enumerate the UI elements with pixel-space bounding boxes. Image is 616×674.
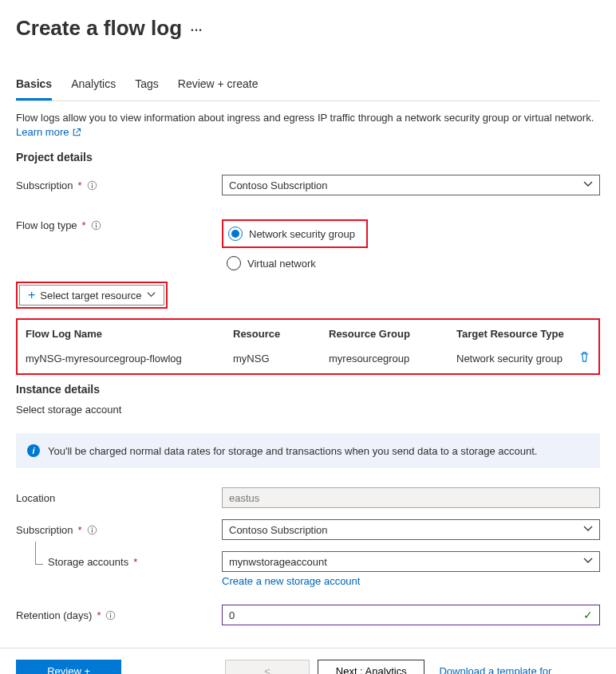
retention-input[interactable]: 0 ✓ (222, 605, 600, 625)
create-storage-link[interactable]: Create a new storage account (222, 575, 600, 587)
info-banner: i You'll be charged normal data rates fo… (16, 433, 600, 468)
next-button[interactable]: Next : Analytics > (318, 660, 425, 674)
svg-point-4 (95, 223, 97, 225)
info-icon: i (27, 444, 40, 457)
target-resource-table: Flow Log Name Resource Resource Group Ta… (16, 318, 600, 375)
previous-button: < Previous (225, 660, 310, 674)
page-title: Create a flow log … (16, 16, 600, 41)
storage-accounts-label: Storage accounts* (16, 556, 222, 568)
svg-rect-8 (92, 530, 93, 533)
radio-icon (227, 256, 241, 270)
location-label: Location (16, 492, 222, 504)
location-input: eastus (222, 487, 600, 508)
subscription2-label: Subscription* (16, 524, 222, 536)
svg-rect-5 (96, 225, 97, 228)
highlight-box: + Select target resource (16, 282, 168, 309)
instance-details-title: Instance details (16, 383, 600, 396)
external-link-icon (72, 128, 81, 137)
col-target-type: Target Resource Type (456, 328, 571, 340)
download-template-link[interactable]: Download a template for automation (439, 665, 600, 674)
svg-point-10 (110, 613, 112, 614)
tab-tags[interactable]: Tags (135, 73, 159, 101)
info-icon[interactable] (87, 180, 97, 191)
delete-icon[interactable] (578, 353, 590, 365)
tab-bar: Basics Analytics Tags Review + create (16, 73, 600, 101)
select-target-button[interactable]: + Select target resource (19, 285, 164, 305)
info-icon[interactable] (87, 525, 97, 535)
retention-label: Retention (days)* (16, 609, 222, 621)
subscription2-select[interactable]: Contoso Subscription (222, 519, 600, 540)
review-create-button[interactable]: Review + create (16, 660, 121, 674)
chevron-down-icon (147, 290, 156, 302)
chevron-down-icon (583, 524, 593, 536)
select-storage-label: Select storage account (16, 404, 600, 416)
subscription-label: Subscription* (16, 179, 222, 191)
info-icon[interactable] (105, 610, 116, 621)
col-resource-group: Resource Group (329, 328, 456, 340)
svg-point-1 (91, 183, 93, 184)
tab-analytics[interactable]: Analytics (71, 73, 116, 101)
flowlog-type-label: Flow log type* (16, 219, 222, 231)
highlight-box: Network security group (222, 219, 368, 248)
col-resource: Resource (233, 328, 329, 340)
description-text: Flow logs allow you to view information … (16, 111, 600, 140)
learn-more-link[interactable]: Learn more (16, 126, 81, 138)
radio-vnet[interactable]: Virtual network (222, 256, 368, 270)
info-icon[interactable] (91, 220, 101, 231)
table-row: myNSG-myresourcegroup-flowlog myNSG myre… (18, 343, 598, 373)
footer-bar: Review + create < Previous Next : Analyt… (0, 648, 616, 674)
tab-review[interactable]: Review + create (178, 73, 259, 101)
radio-icon (228, 227, 243, 241)
checkmark-icon: ✓ (583, 609, 593, 621)
radio-nsg[interactable]: Network security group (225, 223, 365, 245)
tab-basics[interactable]: Basics (16, 73, 52, 101)
svg-rect-11 (110, 615, 111, 618)
svg-point-7 (91, 527, 93, 529)
chevron-down-icon (583, 179, 593, 191)
storage-accounts-select[interactable]: mynwstorageaccount (222, 551, 600, 572)
subscription-select[interactable]: Contoso Subscription (222, 175, 600, 195)
more-icon[interactable]: … (190, 20, 203, 37)
svg-rect-2 (92, 185, 93, 188)
chevron-down-icon (583, 556, 593, 568)
project-details-title: Project details (16, 151, 600, 164)
plus-icon: + (28, 289, 35, 302)
col-flowlog-name: Flow Log Name (26, 328, 233, 340)
